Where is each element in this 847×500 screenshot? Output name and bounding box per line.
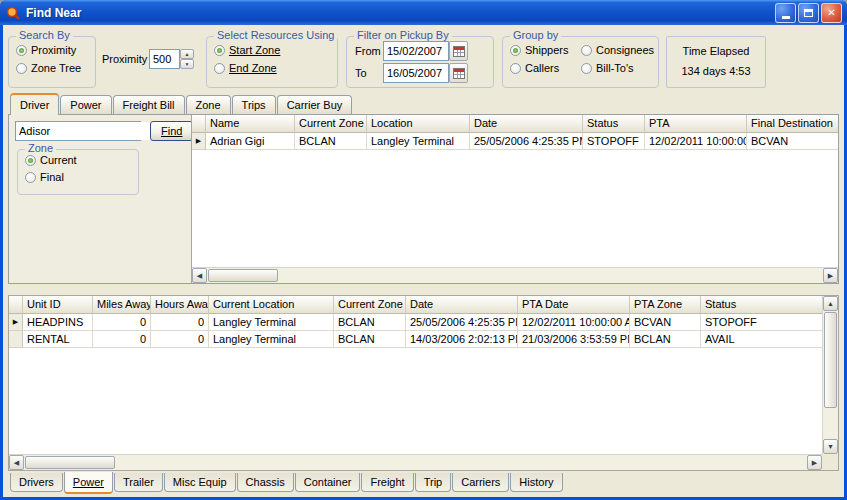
driver-grid: Name Current Zone Location Date Status P… [192, 115, 838, 267]
column-header-current-location[interactable]: Current Location [209, 296, 334, 314]
spin-up-icon[interactable]: ▲ [180, 49, 194, 59]
radio-callers[interactable]: Callers [510, 62, 559, 74]
cell-date: 25/05/2006 4:25:35 PM [470, 133, 583, 150]
tab-chassis[interactable]: Chassis [237, 473, 294, 492]
search-by-group: Search By Proximity Zone Tree [8, 36, 96, 88]
proximity-spinner[interactable]: ▲ ▼ [149, 49, 194, 69]
tab-container-label: Container [304, 476, 352, 488]
scroll-right-icon[interactable]: ▶ [807, 455, 822, 470]
radio-consignees[interactable]: Consignees [581, 44, 654, 56]
column-header-status[interactable]: Status [583, 115, 645, 133]
resource-tabs: Driver Power Freight Bill Zone Trips Car… [10, 93, 353, 114]
power-grid-vscrollbar[interactable]: ▲ ▼ [822, 296, 838, 454]
column-header-pta-date[interactable]: PTA Date [518, 296, 630, 314]
column-header-miles-away[interactable]: Miles Away [93, 296, 151, 314]
column-header-hours-away[interactable]: Hours Away [151, 296, 209, 314]
radio-callers-label: Callers [525, 62, 559, 74]
power-table-row[interactable]: ▶ HEADPINS 0 0 Langley Terminal BCLAN 25… [9, 314, 822, 331]
radio-bill-tos[interactable]: Bill-To's [581, 62, 634, 74]
tab-trips-label: Trips [242, 99, 266, 111]
radio-start-zone-label: Start Zone [229, 44, 280, 56]
driver-tab-panel: Find Zone Current Final Name Current Zon… [8, 114, 839, 284]
column-header-final-destination[interactable]: Final Destination [747, 115, 838, 133]
radio-end-zone-label: End Zone [229, 62, 277, 74]
to-label: To [355, 67, 367, 79]
to-date-picker-button[interactable] [449, 63, 468, 83]
radio-zone-final-icon [25, 172, 36, 183]
cell-location: Langley Terminal [367, 133, 470, 150]
scroll-left-icon[interactable]: ◀ [192, 268, 207, 283]
find-button[interactable]: Find [150, 121, 193, 141]
column-header-pta-zone[interactable]: PTA Zone [630, 296, 701, 314]
row-selector: ▶ [9, 314, 23, 331]
column-header-unit-id[interactable]: Unit ID [23, 296, 93, 314]
radio-zone-current[interactable]: Current [25, 154, 77, 166]
driver-table-header: Name Current Zone Location Date Status P… [192, 115, 838, 133]
tab-power[interactable]: Power [60, 95, 111, 114]
power-table-row[interactable]: RENTAL 0 0 Langley Terminal BCLAN 14/03/… [9, 331, 822, 348]
tab-carriers[interactable]: Carriers [452, 473, 509, 492]
radio-proximity[interactable]: Proximity [16, 44, 76, 56]
cell-current-location: Langley Terminal [209, 331, 334, 348]
from-date-field [383, 41, 468, 61]
scroll-right-icon[interactable]: ▶ [823, 268, 838, 283]
column-header-current-zone[interactable]: Current Zone [334, 296, 406, 314]
tab-trip[interactable]: Trip [415, 473, 452, 492]
radio-callers-icon [510, 63, 521, 74]
radio-zone-final[interactable]: Final [25, 171, 64, 183]
tab-freight[interactable]: Freight [361, 473, 413, 492]
hscroll-thumb[interactable] [208, 269, 278, 282]
tab-history[interactable]: History [510, 473, 562, 492]
column-header-pta[interactable]: PTA [645, 115, 747, 133]
tab-trailer[interactable]: Trailer [114, 473, 163, 492]
from-date-input[interactable] [383, 41, 449, 61]
tab-drivers[interactable]: Drivers [10, 473, 63, 492]
scroll-up-icon[interactable]: ▲ [823, 296, 838, 311]
radio-zone-tree[interactable]: Zone Tree [16, 62, 81, 74]
maximize-button[interactable] [798, 3, 819, 23]
tab-freight-bill[interactable]: Freight Bill [113, 95, 185, 114]
from-label: From [355, 45, 381, 57]
tab-driver[interactable]: Driver [10, 93, 59, 115]
tab-carrier-buy[interactable]: Carrier Buy [277, 95, 353, 114]
close-button[interactable]: ✕ [821, 3, 842, 23]
cell-date: 14/03/2006 2:02:13 PM [406, 331, 518, 348]
title-bar[interactable]: Find Near ✕ [0, 0, 847, 25]
hscroll-thumb[interactable] [25, 456, 115, 469]
column-header-name[interactable]: Name [206, 115, 295, 133]
tab-freight-label: Freight [370, 476, 404, 488]
power-grid-hscrollbar[interactable]: ◀ ▶ [9, 454, 822, 470]
scroll-left-icon[interactable]: ◀ [9, 455, 24, 470]
driver-table-row[interactable]: ▶ Adrian Gigi BCLAN Langley Terminal 25/… [192, 133, 838, 150]
tab-driver-label: Driver [20, 99, 49, 111]
tab-misc-equip[interactable]: Misc Equip [164, 473, 236, 492]
zone-group: Zone Current Final [17, 149, 139, 195]
tab-power-bottom[interactable]: Power [64, 472, 113, 494]
column-header-location[interactable]: Location [367, 115, 470, 133]
calendar-icon [453, 68, 465, 79]
column-header-current-zone[interactable]: Current Zone [295, 115, 367, 133]
window-title: Find Near [26, 6, 773, 20]
driver-grid-hscrollbar[interactable]: ◀ ▶ [192, 267, 838, 283]
driver-search-input[interactable] [16, 122, 164, 140]
column-header-status[interactable]: Status [701, 296, 822, 314]
group-by-group: Group by Shippers Consignees Callers Bil… [502, 36, 659, 88]
column-header-date[interactable]: Date [470, 115, 583, 133]
vscroll-thumb[interactable] [824, 312, 837, 408]
radio-shippers[interactable]: Shippers [510, 44, 568, 56]
tab-zone[interactable]: Zone [186, 95, 231, 114]
cell-pta-date: 21/03/2006 3:53:59 PM [518, 331, 630, 348]
radio-start-zone[interactable]: Start Zone [214, 44, 280, 56]
minimize-button[interactable] [775, 3, 796, 23]
from-date-picker-button[interactable] [449, 41, 468, 61]
to-date-input[interactable] [383, 63, 449, 83]
proximity-input[interactable] [149, 49, 180, 69]
result-type-tabs: Drivers Power Trailer Misc Equip Chassis… [10, 473, 564, 494]
column-header-date[interactable]: Date [406, 296, 518, 314]
scroll-down-icon[interactable]: ▼ [823, 439, 838, 454]
spin-down-icon[interactable]: ▼ [180, 59, 194, 69]
radio-end-zone[interactable]: End Zone [214, 62, 277, 74]
tab-trips[interactable]: Trips [232, 95, 276, 114]
power-table: Unit ID Miles Away Hours Away Current Lo… [8, 295, 839, 471]
tab-container[interactable]: Container [295, 473, 361, 492]
